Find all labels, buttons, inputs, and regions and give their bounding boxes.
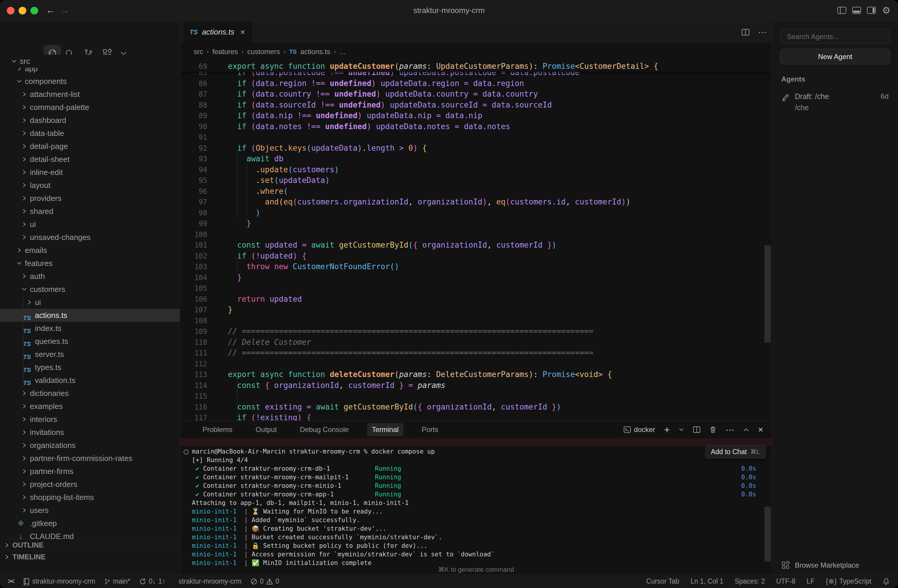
panel-tab-debug-console[interactable]: Debug Console xyxy=(295,423,353,436)
ide-window: ← → straktur-mroomy-crm ⚙ xyxy=(0,0,898,588)
code-line-100: 100 xyxy=(180,229,763,240)
chevron-right-icon xyxy=(22,196,27,201)
new-terminal-icon[interactable]: + xyxy=(664,427,670,433)
tree-item-ui[interactable]: ui xyxy=(0,218,180,231)
tree-item-index-ts[interactable]: TSindex.ts xyxy=(0,322,180,335)
line-number: 115 xyxy=(180,391,207,402)
tree-item-label: src xyxy=(20,55,30,68)
toggle-left-panel-icon[interactable] xyxy=(837,6,847,14)
tab-actions-ts[interactable]: TS actions.ts × xyxy=(183,21,251,43)
sticky-scroll-line[interactable]: 69export async function updateCustomer(p… xyxy=(180,61,772,72)
tree-item-dashboard[interactable]: dashboard xyxy=(0,114,180,127)
notifications-bell-icon[interactable] xyxy=(883,578,890,585)
cursor-tab-toggle[interactable]: Cursor Tab xyxy=(646,577,679,585)
chevron-right-icon xyxy=(22,209,27,214)
tree-item-detail-page[interactable]: detail-page xyxy=(0,140,180,153)
tree-item-project-orders[interactable]: project-orders xyxy=(0,478,180,491)
terminal-profile[interactable]: docker xyxy=(623,425,655,434)
tree-item-ui[interactable]: ui xyxy=(0,296,180,309)
problems-indicator[interactable]: 0 0 xyxy=(251,577,279,585)
split-terminal-icon[interactable] xyxy=(693,426,701,433)
new-agent-button[interactable]: New Agent xyxy=(780,49,890,64)
tree-item-invitations[interactable]: invitations xyxy=(0,426,180,439)
tree-item-actions-ts[interactable]: TSactions.ts xyxy=(0,309,180,322)
tree-item-detail-sheet[interactable]: detail-sheet xyxy=(0,153,180,166)
tree-item-components[interactable]: components xyxy=(0,75,180,88)
tab-close-icon[interactable]: × xyxy=(240,28,245,37)
project-name-item[interactable]: straktur-mroomy-crm xyxy=(178,577,241,585)
language-mode-indicator[interactable]: {⊗} TypeScript xyxy=(826,577,871,585)
add-to-chat-button[interactable]: Add to Chat ⌘L xyxy=(705,445,766,459)
panel-tab-output[interactable]: Output xyxy=(251,423,281,436)
tree-item-shared[interactable]: shared xyxy=(0,205,180,218)
tree-item-queries-ts[interactable]: TSqueries.ts xyxy=(0,335,180,348)
remote-indicator[interactable]: >< xyxy=(8,577,14,585)
tree-item-organizations[interactable]: organizations xyxy=(0,439,180,452)
tree-item-unsaved-changes[interactable]: unsaved-changes xyxy=(0,231,180,244)
repo-indicator[interactable]: straktur-mroomy-crm xyxy=(23,577,95,585)
tree-item-providers[interactable]: providers xyxy=(0,192,180,205)
breadcrumb-item[interactable]: actions.ts xyxy=(300,48,330,56)
tree-item-types-ts[interactable]: TStypes.ts xyxy=(0,361,180,374)
tree-item-shopping-list-items[interactable]: shopping-list-items xyxy=(0,491,180,504)
tree-item-dictionaries[interactable]: dictionaries xyxy=(0,387,180,400)
toggle-bottom-panel-icon[interactable] xyxy=(852,6,861,14)
code-line-99: 99 } xyxy=(180,218,763,229)
terminal-scrollbar[interactable] xyxy=(764,507,771,561)
editor-more-actions-icon[interactable]: ⋯ xyxy=(758,27,767,37)
breadcrumb-item[interactable]: customers xyxy=(247,48,280,56)
tree-item-command-palette[interactable]: command-palette xyxy=(0,101,180,114)
tree-item-examples[interactable]: examples xyxy=(0,400,180,413)
tree-item-customers[interactable]: customers xyxy=(0,283,180,296)
split-editor-icon[interactable] xyxy=(741,29,750,36)
tree-item-label: types.ts xyxy=(35,361,62,374)
breadcrumb-item[interactable]: ... xyxy=(340,48,346,56)
maximize-panel-chevron-icon[interactable] xyxy=(743,428,749,432)
cursor-position-indicator[interactable]: Ln 1, Col 1 xyxy=(690,577,723,585)
settings-gear-icon[interactable]: ⚙ xyxy=(882,5,890,16)
browse-marketplace-button[interactable]: Browse Marketplace xyxy=(772,556,898,575)
tree-item-data-table[interactable]: data-table xyxy=(0,127,180,140)
chevron-right-icon xyxy=(22,92,27,97)
code-line-92: 92 if (Object.keys(updateData).length > … xyxy=(180,143,763,154)
eol-indicator[interactable]: LF xyxy=(807,577,815,585)
timeline-section-header[interactable]: TIMELINE xyxy=(0,551,180,563)
tree-item-validation-ts[interactable]: TSvalidation.ts xyxy=(0,374,180,387)
close-panel-icon[interactable]: × xyxy=(758,425,763,434)
tree-item-emails[interactable]: emails xyxy=(0,244,180,257)
search-agents-input[interactable]: Search Agents... xyxy=(780,29,890,44)
tree-item-server-ts[interactable]: TSserver.ts xyxy=(0,348,180,361)
tree-item-auth[interactable]: auth xyxy=(0,270,180,283)
tree-item-src[interactable]: src xyxy=(0,55,180,68)
terminal-more-actions-icon[interactable]: ⋯ xyxy=(725,425,734,435)
chevron-right-icon xyxy=(5,554,9,560)
sync-changes-indicator[interactable]: 0↓ 1↑ xyxy=(139,577,166,585)
encoding-indicator[interactable]: UTF-8 xyxy=(776,577,795,585)
code-line-104: 104 } xyxy=(180,272,763,283)
git-branch-indicator[interactable]: main* xyxy=(104,577,130,585)
tree-item-attachment-list[interactable]: attachment-list xyxy=(0,88,180,101)
breadcrumb-item[interactable]: features xyxy=(212,48,238,56)
tree-item-inline-edit[interactable]: inline-edit xyxy=(0,166,180,179)
tree-item-partner-firm-commission-rates[interactable]: partner-firm-commission-rates xyxy=(0,452,180,465)
editor-scrollbar[interactable] xyxy=(764,245,771,343)
tree-item-layout[interactable]: layout xyxy=(0,179,180,192)
tree-item-partner-firms[interactable]: partner-firms xyxy=(0,465,180,478)
terminal-output[interactable]: marcin@MacBook-Air-Marcin straktur-mroom… xyxy=(180,447,772,567)
tree-item--gitkeep[interactable]: .gitkeep xyxy=(0,517,180,530)
indentation-indicator[interactable]: Spaces: 2 xyxy=(735,577,765,585)
panel-tab-problems[interactable]: Problems xyxy=(198,423,237,436)
code-editor[interactable]: 85 if (data.postalCode !== undefined) up… xyxy=(180,61,772,421)
terminal-line: minio-init-1 | Added `myminio` successfu… xyxy=(180,516,772,525)
breadcrumb-item[interactable]: src xyxy=(194,48,203,56)
kill-terminal-trash-icon[interactable] xyxy=(709,426,717,433)
panel-tab-ports[interactable]: Ports xyxy=(417,423,443,436)
panel-tab-terminal[interactable]: Terminal xyxy=(367,423,403,436)
outline-section-header[interactable]: OUTLINE xyxy=(0,539,180,551)
tree-item-interiors[interactable]: interiors xyxy=(0,413,180,426)
tree-item-features[interactable]: features xyxy=(0,257,180,270)
tree-item-users[interactable]: users xyxy=(0,504,180,517)
tree-item-label: index.ts xyxy=(35,322,62,335)
terminal-profile-dropdown-icon[interactable] xyxy=(679,428,684,431)
toggle-right-panel-icon[interactable] xyxy=(867,6,876,14)
